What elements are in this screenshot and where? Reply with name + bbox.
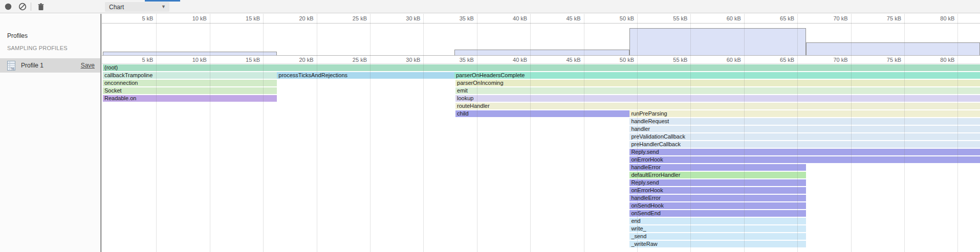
overview-band-3 xyxy=(806,42,980,55)
grid-line-5kb xyxy=(156,14,157,252)
sidebar-item-profile-1[interactable]: % Profile 1 Save xyxy=(0,58,100,73)
svg-text:%: % xyxy=(11,66,14,71)
chevron-down-icon: ▼ xyxy=(161,4,166,9)
flame-bar[interactable]: onSendHook xyxy=(629,202,806,209)
top-ruler-tick-15kb: 15 kB xyxy=(246,15,260,21)
sidebar-heading: Profiles xyxy=(7,32,28,39)
grid-line-65kb xyxy=(797,14,798,252)
flame-bar[interactable]: child xyxy=(455,110,629,117)
save-profile-link[interactable]: Save xyxy=(81,62,95,69)
bottom-ruler-tick-25kb: 25 kB xyxy=(353,57,367,63)
profile-document-icon: % xyxy=(7,61,15,71)
flame-bar[interactable]: onconnection xyxy=(103,80,277,86)
grid-line-75kb xyxy=(904,14,905,252)
bottom-ruler-tick-45kb: 45 kB xyxy=(566,57,580,63)
bottom-ruler-tick-35kb: 35 kB xyxy=(460,57,474,63)
flame-bar[interactable]: emit xyxy=(455,87,980,94)
flame-bar[interactable]: preHandlerCallback xyxy=(629,141,980,148)
profile-name: Profile 1 xyxy=(21,62,43,69)
profiler-toolbar: Chart ▼ xyxy=(0,0,980,13)
flame-bar[interactable]: Reply.send xyxy=(629,179,806,186)
bottom-ruler-tick-10kb: 10 kB xyxy=(192,57,207,63)
grid-line-35kb xyxy=(477,14,477,252)
flame-bar[interactable]: onErrorHook xyxy=(629,156,980,163)
top-ruler-tick-50kb: 50 kB xyxy=(620,15,634,21)
trash-icon xyxy=(37,3,45,11)
grid-line-25kb xyxy=(370,14,371,252)
top-ruler-tick-20kb: 20 kB xyxy=(299,15,313,21)
flame-bar[interactable]: onErrorHook xyxy=(629,187,806,194)
top-ruler-tick-70kb: 70 kB xyxy=(833,15,847,21)
top-ruler-tick-75kb: 75 kB xyxy=(887,15,901,21)
flame-bar[interactable]: handleError xyxy=(629,164,806,171)
top-ruler-tick-30kb: 30 kB xyxy=(406,15,420,21)
flame-bar[interactable]: Reply.send xyxy=(629,149,980,155)
flame-bar[interactable]: handleRequest xyxy=(629,118,980,125)
bottom-ruler-tick-30kb: 30 kB xyxy=(406,57,420,63)
top-ruler-tick-80kb: 80 kB xyxy=(940,15,954,21)
delete-profile-button[interactable] xyxy=(36,2,46,12)
grid-line-70kb xyxy=(851,14,852,252)
grid-line-45kb xyxy=(584,14,584,252)
top-ruler-tick-40kb: 40 kB xyxy=(513,15,527,21)
bottom-ruler-tick-80kb: 80 kB xyxy=(940,57,954,63)
overview-band-2 xyxy=(629,28,806,55)
top-ruler-tick-55kb: 55 kB xyxy=(673,15,687,21)
bottom-ruler-tick-75kb: 75 kB xyxy=(887,57,901,63)
toolbar-divider xyxy=(31,3,31,11)
flame-bar[interactable]: (root) xyxy=(103,64,980,71)
flame-bar[interactable]: Socket xyxy=(103,87,277,94)
flame-bar[interactable]: _send xyxy=(629,233,806,240)
view-mode-select[interactable]: Chart ▼ xyxy=(105,2,169,12)
flame-bar[interactable]: handler xyxy=(629,126,980,132)
flame-bar[interactable]: parserOnHeadersComplete xyxy=(454,72,980,79)
grid-line-55kb xyxy=(690,14,691,252)
bottom-ruler-tick-60kb: 60 kB xyxy=(727,57,741,63)
flame-bar[interactable]: preValidationCallback xyxy=(629,133,980,140)
grid-line-50kb xyxy=(637,14,638,252)
overview-band-0 xyxy=(103,52,277,55)
bottom-ruler-tick-15kb: 15 kB xyxy=(246,57,260,63)
flame-bar[interactable]: runPreParsing xyxy=(629,110,980,117)
devtools-memory-panel: Chart ▼ Profiles SAMPLING PROFILES % Pro… xyxy=(0,0,980,252)
flame-bar[interactable]: processTicksAndRejections xyxy=(277,72,454,79)
bottom-ruler-tick-70kb: 70 kB xyxy=(833,57,847,63)
bottom-ruler-tick-40kb: 40 kB xyxy=(513,57,527,63)
top-ruler-tick-10kb: 10 kB xyxy=(192,15,207,21)
top-ruler-tick-60kb: 60 kB xyxy=(727,15,741,21)
flame-bar[interactable]: defaultErrorHandler xyxy=(629,172,806,178)
bottom-ruler-tick-20kb: 20 kB xyxy=(299,57,313,63)
bottom-ruler-tick-55kb: 55 kB xyxy=(673,57,687,63)
top-ruler-tick-65kb: 65 kB xyxy=(780,15,794,21)
active-tab-underline xyxy=(145,0,180,2)
flame-bar[interactable]: routeHandler xyxy=(455,103,980,109)
grid-line-40kb xyxy=(530,14,531,252)
sampling-profiles-section-label: SAMPLING PROFILES xyxy=(7,45,68,51)
bottom-ruler-tick-50kb: 50 kB xyxy=(620,57,634,63)
flame-bar[interactable]: end xyxy=(629,218,806,224)
flame-bar[interactable]: Readable.on xyxy=(103,95,277,102)
grid-line-30kb xyxy=(423,14,424,252)
grid-line-10kb xyxy=(210,14,210,252)
flame-bar[interactable]: onSendEnd xyxy=(629,210,806,217)
record-button[interactable] xyxy=(3,2,13,12)
bottom-ruler-tick-5kb: 5 kB xyxy=(142,57,153,63)
flame-bar[interactable]: lookup xyxy=(455,95,980,102)
record-circle-icon xyxy=(5,3,12,10)
top-ruler-tick-25kb: 25 kB xyxy=(353,15,367,21)
clear-profiles-button[interactable] xyxy=(17,2,28,12)
flame-chart-pane: (root)callbackTrampolineprocessTicksAndR… xyxy=(102,14,980,252)
circle-slash-icon xyxy=(18,3,27,11)
flame-bar[interactable]: parserOnIncoming xyxy=(455,80,980,86)
flame-bar[interactable]: handleError xyxy=(629,195,806,201)
view-mode-value: Chart xyxy=(109,4,124,11)
flame-bar[interactable]: _writeRaw xyxy=(629,241,806,247)
grid-line-20kb xyxy=(317,14,317,252)
flame-bar[interactable]: write_ xyxy=(629,225,806,232)
top-ruler-tick-45kb: 45 kB xyxy=(566,15,580,21)
flame-bar[interactable]: callbackTrampoline xyxy=(103,72,277,79)
grid-line-80kb xyxy=(957,14,958,252)
top-ruler-tick-5kb: 5 kB xyxy=(142,15,153,21)
overview-band-1 xyxy=(454,50,629,55)
profiles-sidebar: Profiles SAMPLING PROFILES % Profile 1 S… xyxy=(0,14,100,252)
